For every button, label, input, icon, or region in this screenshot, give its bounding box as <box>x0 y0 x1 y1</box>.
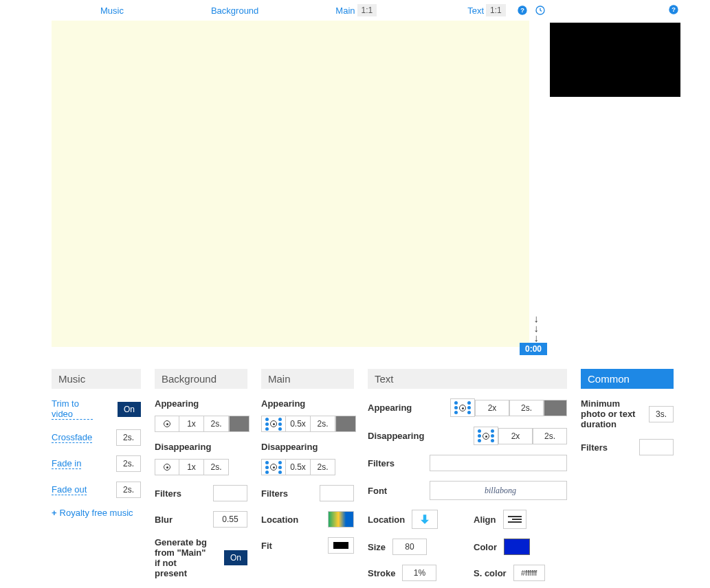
bg-blur-input[interactable]: 0.55 <box>213 511 247 528</box>
text-size-input[interactable]: 80 <box>392 539 427 555</box>
main-filters-input[interactable] <box>320 485 354 501</box>
panel-main: Main Appearing 0.5x 2s. Disappearing 0.5… <box>261 369 354 588</box>
panel-music: Music Trim to video On Crossfade 2s. Fad… <box>52 369 141 588</box>
text-disappearing-label: Disappearing <box>368 431 424 441</box>
tab-text-label: Text <box>467 5 484 16</box>
royalty-free-music-link[interactable]: + Royalty free music <box>52 508 141 518</box>
main-app-mult[interactable]: 0.5x <box>286 416 311 432</box>
bg-generate-label: Generate bg from "Main" if not present <box>155 537 210 578</box>
tab-music[interactable]: Music <box>96 3 128 19</box>
main-fit-label: Fit <box>261 541 272 551</box>
bg-disappearing-controls[interactable]: 1x 2s. <box>155 459 229 475</box>
text-font-selector[interactable]: billabong <box>430 481 567 500</box>
help-icon-right[interactable]: ? <box>668 4 679 17</box>
text-color-swatch[interactable] <box>504 539 530 555</box>
main-disappearing-label: Disappearing <box>261 442 354 452</box>
fadeout-link[interactable]: Fade out <box>52 484 87 495</box>
bg-appearing-controls[interactable]: 1x 2s. <box>155 416 249 432</box>
bg-appearing-label: Appearing <box>155 398 247 409</box>
text-font-label: Font <box>368 486 387 496</box>
fadein-input[interactable]: 2s. <box>116 455 141 472</box>
crossfade-link[interactable]: Crossfade <box>52 432 92 443</box>
main-fit-selector[interactable] <box>328 537 354 554</box>
text-stroke-input[interactable]: 1% <box>402 565 436 581</box>
bg-app-mult[interactable]: 1x <box>179 416 204 432</box>
text-align-selector[interactable] <box>503 510 526 529</box>
main-appearing-label: Appearing <box>261 398 354 409</box>
bg-app-sec[interactable]: 2s. <box>204 416 229 432</box>
eye-slash-icon <box>164 420 170 427</box>
common-filters-label: Filters <box>581 442 608 453</box>
transition-in-icon <box>265 418 282 431</box>
main-ratio-badge: 1:1 <box>357 4 377 16</box>
clock-icon[interactable] <box>535 5 546 16</box>
text-ratio-badge: 1:1 <box>486 4 506 16</box>
common-mindur-input[interactable]: 3s. <box>649 406 674 422</box>
panel-common: Common Minimum photo or text duration 3s… <box>581 369 674 588</box>
main-app-sec[interactable]: 2s. <box>311 416 335 432</box>
crossfade-input[interactable]: 2s. <box>116 429 141 446</box>
common-filters-input[interactable] <box>639 439 674 455</box>
tab-background[interactable]: Background <box>207 3 263 19</box>
panel-bg-title: Background <box>155 369 247 389</box>
bg-disappearing-label: Disappearing <box>155 442 247 452</box>
text-dis-sec[interactable]: 2s. <box>533 428 567 444</box>
panel-music-title: Music <box>52 369 141 389</box>
text-size-label: Size <box>368 542 386 552</box>
main-app-swatch[interactable] <box>335 416 356 432</box>
editor-canvas[interactable] <box>52 21 529 347</box>
tab-text[interactable]: Text 1:1 <box>463 1 510 19</box>
bg-generate-toggle[interactable]: On <box>224 550 247 565</box>
bg-blur-label: Blur <box>155 514 173 525</box>
text-filters-label: Filters <box>368 458 395 468</box>
bottom-arrows-icon: ↓↓↓ <box>534 314 540 343</box>
trim-to-video-link[interactable]: Trim to video <box>52 398 93 420</box>
help-icon[interactable]: ? <box>517 5 528 16</box>
main-appearing-controls[interactable]: 0.5x 2s. <box>261 416 356 432</box>
main-filters-label: Filters <box>261 488 288 499</box>
fadeout-input[interactable]: 2s. <box>116 482 141 498</box>
text-filters-input[interactable] <box>430 455 567 471</box>
top-tabs: Music Background Main 1:1 Text 1:1 ? ? <box>0 0 710 21</box>
bg-dis-mult[interactable]: 1x <box>179 459 204 475</box>
bg-dis-sec[interactable]: 2s. <box>204 459 229 475</box>
bg-app-swatch[interactable] <box>229 416 249 432</box>
text-appearing-label: Appearing <box>368 403 412 413</box>
tab-main-label: Main <box>335 5 355 16</box>
text-align-label: Align <box>474 514 496 525</box>
video-preview[interactable] <box>550 23 680 97</box>
text-app-sec[interactable]: 2s. <box>509 400 544 416</box>
text-transition-in-icon[interactable] <box>450 398 475 417</box>
eye-slash-icon <box>164 464 170 471</box>
main-location-label: Location <box>261 514 298 525</box>
royalty-label: Royalty free music <box>60 508 133 518</box>
text-color-label: Color <box>474 542 497 552</box>
text-app-swatch[interactable] <box>544 400 567 416</box>
panel-background: Background Appearing 1x 2s. Disappearing… <box>155 369 247 588</box>
bg-filters-label: Filters <box>155 488 181 499</box>
panel-common-title: Common <box>581 369 674 389</box>
main-dis-sec[interactable]: 2s. <box>311 459 335 475</box>
text-location-selector[interactable] <box>412 510 438 529</box>
main-dis-mult[interactable]: 0.5x <box>286 459 311 475</box>
panel-main-title: Main <box>261 369 354 389</box>
text-app-mult[interactable]: 2x <box>475 400 509 416</box>
svg-text:?: ? <box>520 7 524 14</box>
text-scolor-label: S. color <box>474 568 507 578</box>
fadein-link[interactable]: Fade in <box>52 458 81 469</box>
main-location-selector[interactable] <box>328 511 354 528</box>
text-scolor-input[interactable]: #ffffff <box>513 565 545 581</box>
svg-text:?: ? <box>672 6 676 13</box>
tab-main[interactable]: Main 1:1 <box>331 1 381 19</box>
panel-text: Text Appearing 2x 2s. Disappearing 2x 2s… <box>368 369 567 588</box>
text-stroke-label: Stroke <box>368 568 395 578</box>
text-transition-out-icon[interactable] <box>474 427 498 445</box>
bg-filters-input[interactable] <box>213 485 247 501</box>
transition-out-icon <box>265 461 282 474</box>
trim-toggle[interactable]: On <box>118 402 141 417</box>
text-dis-mult[interactable]: 2x <box>498 428 533 444</box>
main-disappearing-controls[interactable]: 0.5x 2s. <box>261 459 335 475</box>
plus-icon: + <box>52 508 57 518</box>
panel-text-title: Text <box>368 369 567 389</box>
end-time-badge[interactable]: 0:00 <box>520 343 547 355</box>
